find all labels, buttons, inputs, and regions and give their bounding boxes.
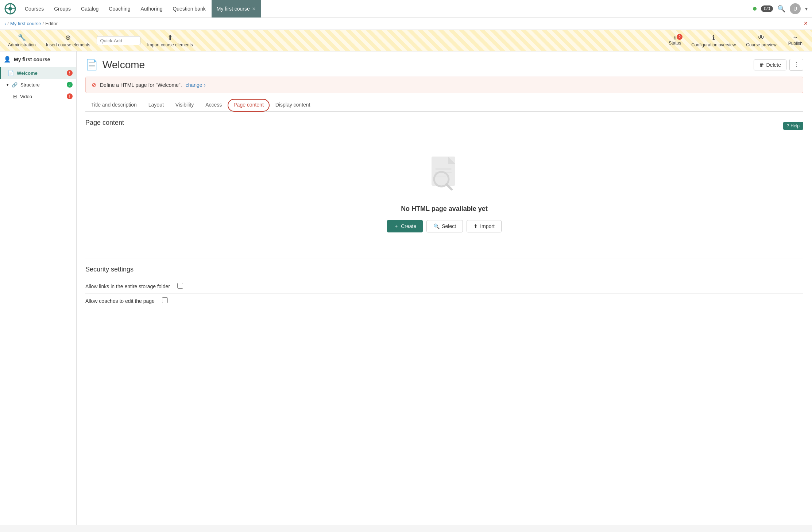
configuration-overview-button[interactable]: ℹ Configuration overview <box>688 32 739 49</box>
security-settings-section: Security settings Allow links in the ent… <box>85 258 803 308</box>
header-actions: 🗑 Delete ⋮ <box>754 59 803 71</box>
allow-coaches-control <box>162 297 803 304</box>
publish-label: Publish <box>788 41 803 46</box>
top-nav: Courses Groups Catalog Coaching Authorin… <box>0 0 812 18</box>
tab-access[interactable]: Access <box>200 99 228 112</box>
status-green-badge: ✓ <box>67 82 73 88</box>
insert-course-elements-button[interactable]: ⊕ Insert course elements <box>42 32 94 49</box>
avatar[interactable]: U <box>790 3 801 14</box>
toolbar: 🔧 Administration ⊕ Insert course element… <box>0 30 812 51</box>
sidebar-item-welcome-label: Welcome <box>17 70 38 76</box>
content-area: 📄 Welcome 🗑 Delete ⋮ ⊘ Define a HTML pag… <box>77 51 812 525</box>
page-title-row: 📄 Welcome <box>85 59 145 71</box>
allow-links-label: Allow links in the entire storage folder <box>85 284 170 289</box>
insert-label: Insert course elements <box>46 42 90 47</box>
empty-state-icon <box>422 153 466 198</box>
nav-tab-label: My first course <box>217 6 250 12</box>
question-icon: ? <box>787 123 789 128</box>
nav-groups[interactable]: Groups <box>50 4 75 14</box>
breadcrumb-sep2: / <box>42 21 44 26</box>
tab-display-content[interactable]: Display content <box>270 99 316 112</box>
administration-label: Administration <box>8 42 36 47</box>
tabs: Title and description Layout Visibility … <box>85 99 803 112</box>
alert-icon: ⊘ <box>92 81 96 88</box>
config-icon: ℹ <box>712 34 715 42</box>
empty-state-title: No HTML page available yet <box>401 205 488 213</box>
svg-rect-5 <box>435 168 452 170</box>
administration-button[interactable]: 🔧 Administration <box>4 32 39 49</box>
nav-courses[interactable]: Courses <box>20 4 48 14</box>
back-button[interactable]: ‹ <box>4 21 6 26</box>
plus-icon: ＋ <box>394 223 399 230</box>
select-button[interactable]: 🔍 Select <box>426 220 463 232</box>
status-button[interactable]: 2 ℹ Status <box>665 34 685 47</box>
page-icon: 📄 <box>8 70 14 76</box>
tab-title-description[interactable]: Title and description <box>85 99 143 112</box>
tab-layout[interactable]: Layout <box>143 99 170 112</box>
nav-authoring[interactable]: Authoring <box>136 4 167 14</box>
course-preview-label: Course preview <box>746 42 776 47</box>
sidebar: 👤 My first course 📄 Welcome ! ▾ 🔗 Struct… <box>0 51 77 525</box>
nav-tab-close[interactable]: ✕ <box>252 6 256 11</box>
help-button[interactable]: ? Help <box>783 122 803 130</box>
course-preview-button[interactable]: 👁 Course preview <box>742 32 780 49</box>
alert-text: Define a HTML page for "Welcome". <box>100 82 182 88</box>
publish-button[interactable]: ↪ Publish <box>783 34 808 47</box>
structure-status-icon: ✓ <box>67 82 73 88</box>
chevron-right-icon: › <box>204 82 206 88</box>
sidebar-item-structure[interactable]: ▾ 🔗 Structure ✓ <box>0 79 76 90</box>
create-label: Create <box>401 223 416 229</box>
sidebar-item-welcome[interactable]: 📄 Welcome ! <box>0 67 76 79</box>
sidebar-item-video[interactable]: ⊞ Video ! <box>0 90 76 102</box>
import-button[interactable]: ⬆ Import <box>467 220 502 232</box>
info-icon: ℹ <box>674 35 676 41</box>
welcome-status-icon: ! <box>67 70 73 76</box>
video-icon: ⊞ <box>13 93 17 99</box>
breadcrumb: ‹ / My first course / Editor × <box>0 18 812 30</box>
search-icon[interactable]: 🔍 <box>777 5 785 13</box>
upload-icon: ⬆ <box>473 223 478 229</box>
page-content-section-title: Page content <box>85 119 124 127</box>
eye-icon: 👁 <box>758 34 765 42</box>
status-red-badge: ! <box>67 70 73 76</box>
import-label: Import <box>480 223 495 229</box>
quick-add-input[interactable] <box>97 36 140 45</box>
close-editor-button[interactable]: × <box>804 20 808 27</box>
page-title-icon: 📄 <box>85 59 98 71</box>
app-logo[interactable] <box>4 3 16 15</box>
sidebar-item-structure-label: Structure <box>20 82 40 88</box>
chevron-down-icon[interactable]: ▾ <box>805 6 808 12</box>
allow-links-row: Allow links in the entire storage folder <box>85 279 803 294</box>
share-icon: ↪ <box>793 35 797 40</box>
delete-button[interactable]: 🗑 Delete <box>754 59 786 70</box>
search-icon-btn: 🔍 <box>433 223 440 229</box>
nav-catalog[interactable]: Catalog <box>77 4 103 14</box>
page-content-section-header: Page content ? Help <box>85 119 803 132</box>
video-status-red-badge: ! <box>67 93 73 99</box>
trash-icon: 🗑 <box>759 62 764 68</box>
alert-banner: ⊘ Define a HTML page for "Welcome". chan… <box>85 77 803 93</box>
more-options-button[interactable]: ⋮ <box>789 59 803 71</box>
tab-page-content[interactable]: Page content <box>228 99 270 112</box>
online-status-dot <box>753 7 757 11</box>
empty-state-actions: ＋ Create 🔍 Select ⬆ Import <box>387 220 502 232</box>
tab-visibility[interactable]: Visibility <box>170 99 200 112</box>
import-course-elements-button[interactable]: ⬆ Import course elements <box>143 32 196 49</box>
nav-tab-active[interactable]: My first course ✕ <box>212 0 261 18</box>
allow-links-checkbox[interactable] <box>177 283 183 289</box>
alert-change-link[interactable]: change › <box>186 82 206 88</box>
breadcrumb-sep1: / <box>7 21 9 26</box>
alert-change-label: change <box>186 82 202 88</box>
delete-label: Delete <box>766 62 781 68</box>
video-status-icon: ! <box>67 93 73 99</box>
sidebar-item-video-label: Video <box>20 94 32 99</box>
nav-question-bank[interactable]: Question bank <box>168 4 210 14</box>
allow-coaches-checkbox[interactable] <box>162 297 168 303</box>
breadcrumb-course[interactable]: My first course <box>10 21 41 26</box>
create-button[interactable]: ＋ Create <box>387 220 423 232</box>
sidebar-course-title[interactable]: 👤 My first course <box>0 51 76 67</box>
page-header: 📄 Welcome 🗑 Delete ⋮ <box>85 59 803 71</box>
nav-coaching[interactable]: Coaching <box>104 4 135 14</box>
allow-links-control <box>177 283 803 290</box>
wrench-icon: 🔧 <box>18 34 26 42</box>
